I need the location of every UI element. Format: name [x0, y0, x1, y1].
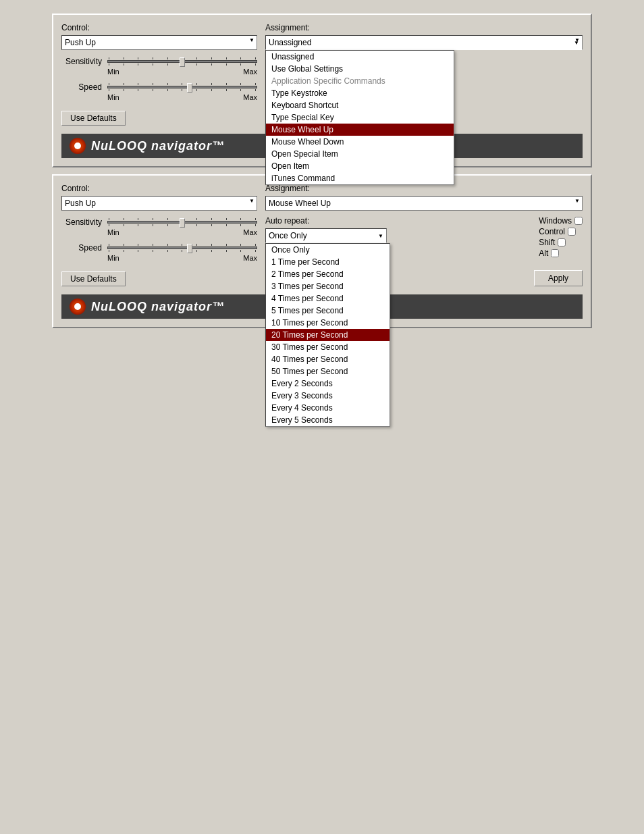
control-select-2[interactable]: Push Up — [61, 196, 257, 211]
apply-button-2[interactable]: Apply — [534, 270, 583, 286]
speed-ticks-top-2 — [107, 244, 257, 246]
assignment-label-2: Assignment: — [265, 184, 583, 193]
ar-5-times[interactable]: 5 Times per Second — [266, 305, 390, 317]
tick — [211, 89, 212, 91]
sensitivity-row-1: Sensitivity — [61, 57, 257, 66]
ar-30-times[interactable]: 30 Times per Second — [266, 341, 390, 353]
dropdown-item-mouse-wheel-down-1[interactable]: Mouse Wheel Down — [266, 136, 454, 148]
tick — [255, 83, 256, 85]
control-checkbox-row-2: Control — [539, 227, 583, 236]
shift-checkbox-row-2: Shift — [539, 238, 583, 247]
tick — [196, 218, 197, 220]
speed-track-bar-2[interactable] — [107, 246, 257, 249]
alt-label-2: Alt — [539, 249, 548, 258]
alt-checkbox-2[interactable] — [551, 249, 559, 257]
tick — [167, 83, 168, 85]
tick — [211, 218, 212, 220]
tick — [167, 250, 168, 252]
auto-repeat-select-display-2[interactable]: Once Only ▼ — [265, 228, 387, 243]
ar-every-5s[interactable]: Every 5 Seconds — [266, 414, 390, 426]
tick — [211, 250, 212, 252]
sensitivity-track-bar-1[interactable] — [107, 60, 257, 63]
tick — [196, 224, 197, 226]
dropdown-item-keyboard-shortcut-1[interactable]: Keyboard Shortcut — [266, 99, 454, 111]
auto-repeat-current-value-2: Once Only — [269, 231, 378, 240]
panel-1: Control: Push Up Sensitivity — [52, 14, 592, 167]
tick — [153, 244, 153, 246]
dropdown-item-use-global-1[interactable]: Use Global Settings — [266, 63, 454, 75]
sensitivity-track-2 — [107, 218, 257, 226]
dropdown-item-mouse-wheel-up-1[interactable]: Mouse Wheel Up — [266, 124, 454, 136]
use-defaults-button-2[interactable]: Use Defaults — [61, 271, 126, 286]
tick — [167, 89, 168, 91]
control-section-2: Control: Push Up Sensitivity — [61, 184, 257, 286]
ar-1-time[interactable]: 1 Time per Second — [266, 256, 390, 268]
assignment-select-wrapper-1: Unassigned ▼ Unassigned Use Global Setti… — [265, 35, 583, 50]
dropdown-item-open-item-1[interactable]: Open Item — [266, 160, 454, 172]
sensitivity-thumb-1[interactable] — [180, 57, 185, 67]
auto-repeat-section-2: Auto repeat: Once Only ▼ Once Only 1 Tim… — [265, 216, 583, 258]
ar-20-times[interactable]: 20 Times per Second — [266, 329, 390, 341]
tick — [124, 218, 124, 220]
assignment-section-2: Assignment: Mouse Wheel Up Auto repeat: … — [265, 184, 583, 286]
speed-min-2: Min — [107, 254, 119, 262]
tick — [153, 224, 153, 226]
sensitivity-thumb-2[interactable] — [180, 218, 185, 228]
speed-thumb-2[interactable] — [187, 244, 192, 253]
assignment-select-2[interactable]: Mouse Wheel Up — [265, 196, 583, 211]
sensitivity-min-1: Min — [107, 68, 119, 76]
tick — [211, 57, 212, 59]
ar-10-times[interactable]: 10 Times per Second — [266, 317, 390, 329]
control-checkbox-2[interactable] — [568, 228, 576, 236]
control-label-1: Control: — [61, 23, 257, 32]
tick — [124, 89, 124, 91]
assignment-section-1: Assignment: Unassigned ▼ Unassigned Use … — [265, 23, 583, 126]
tick — [109, 250, 109, 252]
dropdown-item-open-special-item-1[interactable]: Open Special Item — [266, 148, 454, 160]
tick — [255, 218, 256, 220]
tick — [240, 89, 241, 91]
ar-40-times[interactable]: 40 Times per Second — [266, 353, 390, 365]
auto-repeat-dropdown-menu-2: Once Only 1 Time per Second 2 Times per … — [265, 243, 390, 427]
tick — [138, 89, 138, 91]
sensitivity-label-2: Sensitivity — [61, 217, 102, 227]
ar-2-times[interactable]: 2 Times per Second — [266, 268, 390, 280]
tick — [109, 83, 109, 85]
ar-every-3s[interactable]: Every 3 Seconds — [266, 390, 390, 402]
sensitivity-row-2: Sensitivity — [61, 217, 257, 227]
speed-ticks-bottom-1 — [107, 89, 257, 91]
assignment-select-display-1[interactable]: Unassigned ▼ — [265, 35, 583, 50]
tick — [167, 63, 168, 66]
speed-minmax-2: Min Max — [61, 254, 257, 262]
ar-3-times[interactable]: 3 Times per Second — [266, 280, 390, 292]
ar-every-2s[interactable]: Every 2 Seconds — [266, 377, 390, 390]
ar-50-times[interactable]: 50 Times per Second — [266, 365, 390, 377]
ar-4-times[interactable]: 4 Times per Second — [266, 292, 390, 305]
windows-checkbox-2[interactable] — [574, 217, 583, 225]
tick — [226, 57, 227, 59]
sensitivity-track-bar-2[interactable] — [107, 221, 257, 224]
sensitivity-minmax-2: Min Max — [61, 228, 257, 236]
logo-icon-2 — [70, 298, 86, 315]
tick — [153, 57, 153, 59]
modifier-checkboxes-2: Windows Control Shift — [539, 216, 583, 258]
tick — [196, 57, 197, 59]
ar-every-4s[interactable]: Every 4 Seconds — [266, 402, 390, 414]
control-select-1[interactable]: Push Up — [61, 35, 257, 50]
speed-track-bar-1[interactable] — [107, 86, 257, 88]
ar-once-only[interactable]: Once Only — [266, 244, 390, 256]
dropdown-item-type-keystroke-1[interactable]: Type Keystroke — [266, 87, 454, 99]
use-defaults-button-1[interactable]: Use Defaults — [61, 111, 126, 126]
speed-track-2 — [107, 244, 257, 252]
dropdown-item-itunes-1[interactable]: iTunes Command — [266, 172, 454, 184]
tick — [196, 63, 197, 66]
speed-thumb-1[interactable] — [187, 83, 192, 93]
tick — [153, 89, 153, 91]
tick — [196, 89, 197, 91]
tick — [255, 250, 256, 252]
dropdown-item-unassigned-1[interactable]: Unassigned — [266, 51, 454, 63]
auto-repeat-label-2: Auto repeat: — [265, 216, 528, 226]
dropdown-item-type-special-key-1[interactable]: Type Special Key — [266, 111, 454, 124]
shift-checkbox-2[interactable] — [558, 238, 566, 246]
logo-text-1: NuLOOQ navigator™ — [91, 139, 225, 153]
